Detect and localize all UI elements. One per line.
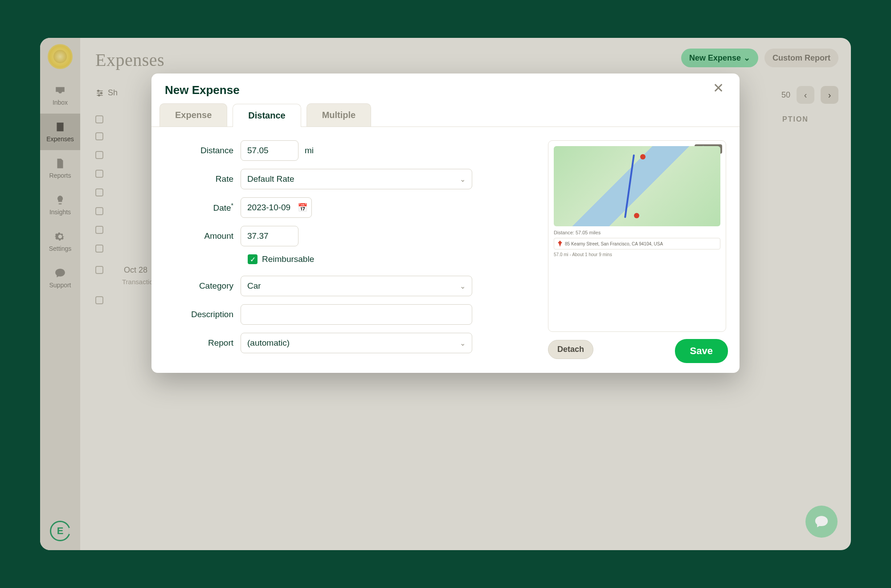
reimbursable-label: Reimbursable bbox=[262, 254, 314, 264]
chevron-down-icon: ⌄ bbox=[460, 175, 466, 184]
calendar-icon[interactable]: 📅 bbox=[298, 203, 307, 212]
field-rate: Rate Default Rate ⌄ bbox=[165, 169, 530, 189]
field-distance: Distance mi bbox=[165, 140, 530, 161]
modal-body: Distance mi Rate Default Rate ⌄ Date bbox=[151, 127, 740, 373]
close-icon[interactable]: ✕ bbox=[713, 84, 726, 97]
map-address: 85 Kearny Street, San Francisco, CA 9410… bbox=[554, 238, 720, 249]
reimbursable-checkbox[interactable]: ✓ bbox=[248, 254, 257, 264]
field-date: Date* 📅 bbox=[165, 197, 530, 218]
modal-tabs: Expense Distance Multiple bbox=[151, 97, 740, 127]
distance-label: Distance bbox=[165, 146, 241, 155]
field-report: Report (automatic) ⌄ bbox=[165, 333, 530, 353]
report-value: (automatic) bbox=[247, 338, 290, 348]
route-summary: 57.0 mi - About 1 hour 9 mins bbox=[554, 252, 720, 257]
field-reimbursable: ✓ Reimbursable bbox=[248, 254, 530, 264]
modal-title: New Expense bbox=[165, 83, 240, 97]
tab-expense[interactable]: Expense bbox=[159, 103, 227, 127]
description-input[interactable] bbox=[241, 304, 472, 325]
map-distance-caption: Distance: 57.05 miles bbox=[554, 230, 720, 235]
modal-overlay: New Expense ✕ Expense Distance Multiple … bbox=[40, 38, 851, 550]
map-pin-icon bbox=[634, 213, 639, 218]
category-value: Car bbox=[247, 281, 261, 291]
detach-button[interactable]: Detach bbox=[548, 340, 593, 359]
description-label: Description bbox=[165, 310, 241, 319]
report-select[interactable]: (automatic) ⌄ bbox=[241, 333, 472, 353]
category-select[interactable]: Car ⌄ bbox=[241, 276, 472, 296]
rate-select[interactable]: Default Rate ⌄ bbox=[241, 169, 472, 189]
date-label: Date* bbox=[165, 202, 241, 213]
rate-value: Default Rate bbox=[247, 174, 294, 184]
distance-input[interactable] bbox=[241, 140, 298, 161]
tab-multiple[interactable]: Multiple bbox=[307, 103, 372, 127]
save-button[interactable]: Save bbox=[675, 339, 728, 363]
new-expense-modal: New Expense ✕ Expense Distance Multiple … bbox=[151, 74, 740, 373]
amount-label: Amount bbox=[165, 231, 241, 241]
modal-header: New Expense ✕ bbox=[151, 74, 740, 97]
chevron-down-icon: ⌄ bbox=[460, 282, 466, 290]
field-category: Category Car ⌄ bbox=[165, 276, 530, 296]
receipt-preview[interactable]: 🔗 PDF Distance: 57.05 miles 85 Kearny St… bbox=[548, 140, 726, 332]
report-label: Report bbox=[165, 338, 241, 348]
app-window: Inbox Expenses Reports Insights Settings… bbox=[40, 38, 851, 550]
pin-icon bbox=[558, 241, 562, 247]
field-description: Description bbox=[165, 304, 530, 325]
tab-distance[interactable]: Distance bbox=[233, 104, 301, 127]
map-pin-icon bbox=[640, 154, 646, 159]
amount-input[interactable] bbox=[241, 226, 298, 246]
map-thumbnail bbox=[554, 146, 720, 226]
chevron-down-icon: ⌄ bbox=[460, 339, 466, 347]
category-label: Category bbox=[165, 281, 241, 291]
field-amount: Amount bbox=[165, 226, 530, 246]
preview-column: 🔗 PDF Distance: 57.05 miles 85 Kearny St… bbox=[548, 140, 726, 361]
rate-label: Rate bbox=[165, 174, 241, 184]
distance-unit: mi bbox=[305, 146, 314, 155]
form-column: Distance mi Rate Default Rate ⌄ Date bbox=[165, 140, 530, 361]
